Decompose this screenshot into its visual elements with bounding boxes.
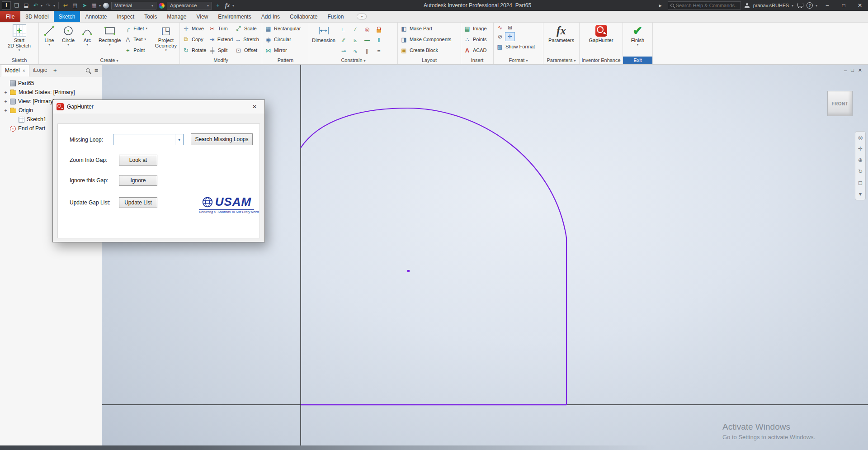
smooth-constraint-button[interactable]: ∿	[349, 46, 361, 57]
tab-annotate[interactable]: Annotate	[80, 11, 112, 22]
appearance-combobox[interactable]: Appearance ▾	[167, 2, 212, 9]
iproperties-icon[interactable]: ▦	[90, 1, 98, 9]
point-button[interactable]: + Point	[123, 45, 153, 56]
panel-expand-icon[interactable]: ▸	[657, 1, 664, 9]
mirror-button[interactable]: ⋈Mirror	[264, 45, 302, 56]
make-components-button[interactable]: ◨Make Components	[399, 34, 452, 45]
doc-restore-button[interactable]: □	[851, 67, 854, 73]
help-caret-icon[interactable]: ▾	[816, 4, 817, 8]
parallel-constraint-button[interactable]: ∕∕	[338, 35, 349, 46]
search-missing-loops-button[interactable]: Search Missing Loops	[191, 133, 253, 145]
concentric-constraint-button[interactable]: ◎	[361, 24, 373, 35]
iproperties-caret-icon[interactable]: ▾	[99, 4, 101, 8]
browser-menu-icon[interactable]: ≡	[94, 67, 98, 74]
close-button[interactable]: ✕	[854, 2, 866, 9]
dialog-close-button[interactable]: ✕	[248, 104, 261, 110]
insert-image-button[interactable]: ▤Image	[462, 23, 488, 34]
redo-icon[interactable]: ↷	[45, 1, 52, 9]
offset-button[interactable]: ⊡Offset	[234, 45, 260, 56]
dialog-titlebar[interactable]: GapHunter ✕	[53, 100, 264, 114]
missing-loop-combobox[interactable]: ▾	[113, 134, 184, 145]
material-combobox[interactable]: Material ▾	[111, 2, 156, 9]
undo-icon[interactable]: ↶	[32, 1, 39, 9]
maximize-button[interactable]: □	[837, 2, 850, 9]
orbit-icon[interactable]: ↻	[858, 168, 863, 175]
browser-search-icon[interactable]	[86, 68, 90, 72]
copy-button[interactable]: ⧉Copy	[181, 34, 208, 45]
rotate-button[interactable]: ↻Rotate	[181, 45, 208, 56]
store-cart-icon[interactable]	[797, 3, 803, 8]
make-part-button[interactable]: ◧Make Part	[399, 23, 452, 34]
create-block-button[interactable]: ▣Create Block	[399, 45, 452, 56]
look-at-button[interactable]: Look at	[119, 155, 157, 166]
perpendicular-constraint-button[interactable]: ⊾	[349, 35, 361, 46]
tree-item-model-states[interactable]: + Model States: [Primary]	[0, 88, 102, 97]
user-name[interactable]: pranav.sRUHFS	[753, 3, 789, 8]
browser-tab-model[interactable]: Model ×	[1, 65, 29, 76]
tab-sketch[interactable]: Sketch	[54, 11, 80, 22]
show-format-button[interactable]: ▩Show Format	[495, 41, 536, 52]
search-input[interactable]	[676, 3, 738, 8]
navigation-wheel-icon[interactable]: ◎	[858, 134, 863, 141]
finish-sketch-button[interactable]: ✔ Finish ▾	[629, 23, 647, 47]
tab-manage[interactable]: Manage	[162, 11, 191, 22]
tab-add-ins[interactable]: Add-Ins	[256, 11, 285, 22]
browser-tab-ilogic[interactable]: iLogic	[29, 65, 51, 76]
rectangle-tool-button[interactable]: Rectangle ▾	[97, 23, 122, 47]
tab-fusion[interactable]: Fusion	[322, 11, 349, 22]
dimension-style-button[interactable]: ⊠	[505, 23, 515, 32]
horizontal-constraint-button[interactable]: ―	[361, 35, 373, 46]
pan-icon[interactable]: ✛	[858, 146, 863, 152]
appearance-wheel-icon[interactable]	[159, 3, 165, 9]
doc-close-button[interactable]: ✕	[858, 67, 862, 73]
line-tool-button[interactable]: Line ▾	[40, 23, 58, 47]
tab-collaborate[interactable]: Collaborate	[285, 11, 322, 22]
minimize-button[interactable]: –	[821, 2, 834, 9]
equal-constraint-button[interactable]: =	[373, 46, 385, 57]
tab-environments[interactable]: Environments	[213, 11, 256, 22]
expand-icon[interactable]: +	[4, 90, 8, 95]
insert-points-button[interactable]: ∴Points	[462, 34, 488, 45]
select-icon[interactable]: ➤	[81, 1, 88, 9]
material-sphere-icon[interactable]	[103, 3, 109, 9]
start-2d-sketch-button[interactable]: + Start 2D Sketch ▾	[6, 23, 32, 52]
split-button[interactable]: ╪Split	[208, 45, 234, 56]
tab-inspect[interactable]: Inspect	[112, 11, 139, 22]
expand-icon[interactable]: +	[4, 99, 8, 104]
tab-view[interactable]: View	[192, 11, 213, 22]
update-list-button[interactable]: Update List	[119, 197, 157, 208]
scale-button[interactable]: ⤢Scale	[234, 23, 260, 34]
new-file-icon[interactable]: ❏	[13, 1, 20, 9]
parameters-quick-icon[interactable]: fx	[224, 1, 231, 9]
redo-caret-icon[interactable]: ▾	[53, 4, 55, 8]
browser-tab-add-button[interactable]: +	[51, 67, 60, 74]
tab-3d-model[interactable]: 3D Model	[20, 11, 53, 22]
zoom-icon[interactable]: ⊕	[858, 157, 863, 163]
inventor-app-icon[interactable]: I	[2, 1, 11, 9]
project-geometry-button[interactable]: ◳ Project Geometry ▾	[154, 23, 178, 52]
move-button[interactable]: ✛Move	[181, 23, 208, 34]
arc-tool-button[interactable]: Arc ▾	[78, 23, 96, 47]
circle-tool-button[interactable]: Circle ▾	[59, 23, 77, 47]
undo-caret-icon[interactable]: ▾	[41, 4, 42, 8]
rectangular-pattern-button[interactable]: ▦Rectangular	[264, 23, 302, 34]
viewcube[interactable]: FRONT	[827, 91, 853, 116]
user-caret-icon[interactable]: ▾	[792, 4, 793, 8]
tangent-constraint-button[interactable]: ⊸	[338, 46, 349, 57]
ignore-button[interactable]: Ignore	[119, 175, 157, 186]
tab-file[interactable]: File	[0, 11, 20, 22]
extend-button[interactable]: ⇥Extend	[208, 34, 234, 45]
parameters-button[interactable]: fx Parameters	[547, 23, 576, 43]
vertical-constraint-button[interactable]: ‖	[373, 35, 385, 46]
stretch-button[interactable]: ↔Stretch	[234, 34, 260, 45]
adjust-icon[interactable]: +	[214, 1, 222, 9]
coincident-constraint-button[interactable]: ∟	[338, 24, 349, 35]
save-icon[interactable]: ⬓	[23, 1, 30, 9]
centerline-style-button[interactable]: ✛	[505, 32, 515, 41]
gaphunter-button[interactable]: GapHunter	[588, 23, 615, 43]
quick-access-caret-icon[interactable]: ▾	[232, 4, 234, 8]
paste-icon[interactable]: ▤	[71, 1, 79, 9]
spline-style-button[interactable]: ∿	[495, 23, 505, 32]
nav-more-icon[interactable]: ▾	[859, 191, 862, 197]
dimension-button[interactable]: Dimension	[311, 23, 337, 43]
